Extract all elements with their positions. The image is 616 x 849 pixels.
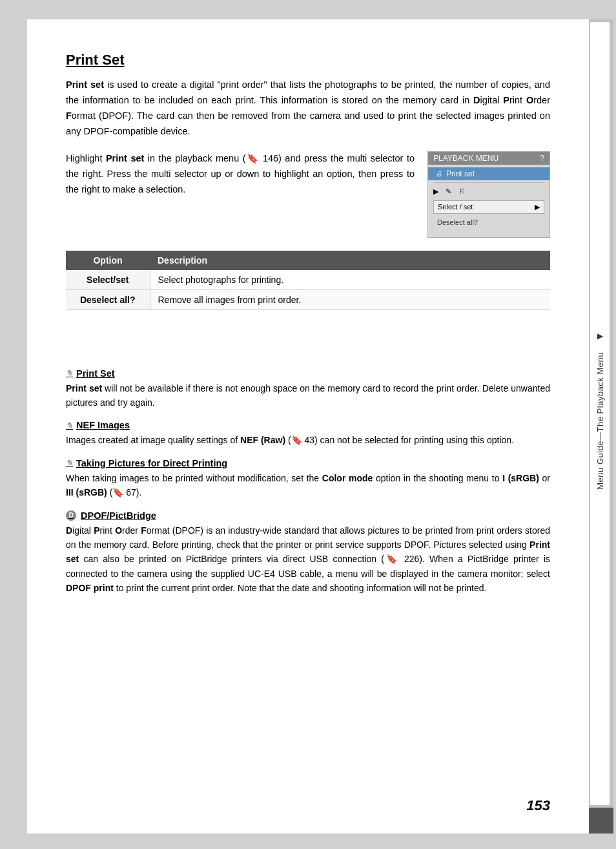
intro-text-3: rint (509, 95, 526, 105)
note-taking-pictures-title-text: Taking Pictures for Direct Printing (76, 458, 227, 468)
note-dpof-D: D (66, 525, 72, 536)
pencil-icon-1: ✎ (66, 368, 73, 378)
options-table: Option Description Select/setSelect phot… (66, 251, 550, 310)
note-printset-bold: Print set (66, 383, 102, 393)
note-dpof-title-text: DPOF/PictBridge (81, 510, 156, 521)
note-nef-ref-icon: 🔖 (291, 435, 302, 445)
camera-menu-title: PLAYBACK MENU (433, 154, 498, 163)
camera-menu-select-set: Select / set ▶ (433, 200, 544, 214)
intro-text-5: ormat (DPOF). The card can then be remov… (66, 110, 550, 136)
camera-menu-help-icon: ? (540, 154, 544, 163)
dpof-icon: D (66, 510, 76, 521)
camera-menu-spacer (428, 231, 549, 235)
note-dpof-O: O (115, 525, 122, 536)
page-title: Print Set (66, 52, 550, 68)
camera-menu-body: 🖨 Print set ▶ ✎ ⚐ Select / set ▶ Deselec… (428, 165, 549, 237)
pencil-icon-2: ✎ (66, 421, 73, 430)
note-print-set-title-text: Print Set (76, 368, 115, 379)
intro-bold-printset: Print set (66, 79, 104, 90)
note-taking-pictures: ✎ Taking Pictures for Direct Printing Wh… (66, 458, 550, 500)
camera-icon-1: ▶ (433, 187, 438, 195)
note-dpof-body: Digital Print Order Format (DPOF) is an … (66, 523, 550, 596)
camera-menu-divider-1 (433, 182, 544, 183)
note-color-mode-bold: Color mode (322, 473, 373, 483)
intro-bold-P: P (503, 95, 509, 105)
highlight-text: Highlight Print set in the playback menu… (66, 151, 415, 198)
note-dpof-title: D DPOF/PictBridge (66, 510, 550, 521)
highlight-row: Highlight Print set in the playback menu… (66, 151, 550, 238)
note-print-set-title: ✎ Print Set (66, 368, 550, 379)
camera-menu-deselect: Deselect all? (433, 216, 544, 228)
pencil-icon-3: ✎ (66, 458, 73, 468)
note-print-set: ✎ Print Set Print set will not be availa… (66, 368, 550, 410)
sidebar-tab-inner: ▶ Menu Guide—The Playback Menu (590, 22, 610, 805)
camera-icon-2: ✎ (446, 187, 451, 195)
table-row: Select/setSelect photographs for printin… (66, 270, 550, 290)
intro-bold-D: D (473, 95, 480, 105)
table-cell-description: Remove all images from print order. (150, 289, 550, 309)
sidebar-tab: ▶ Menu Guide—The Playback Menu (589, 19, 613, 833)
note-nef-bold: NEF (Raw) (240, 435, 285, 445)
vertical-spacer (66, 330, 550, 368)
intro-bold-F: F (66, 110, 72, 121)
note-print-set-body: Print set will not be available if there… (66, 381, 550, 410)
note-srgb-1-bold: I (sRGB) (502, 473, 539, 483)
note-dpof-printset-bold: Print set (66, 540, 550, 564)
table-cell-option: Select/set (66, 270, 150, 290)
highlight-bold: Print set (106, 153, 144, 163)
camera-icon-3: ⚐ (459, 187, 466, 195)
note-nef-title: ✎ NEF Images (66, 420, 550, 430)
highlight-ref-icon: 🔖 (246, 153, 260, 163)
sidebar-label: Menu Guide—The Playback Menu (595, 346, 605, 496)
intro-text-4: rder (533, 95, 550, 105)
camera-menu-header: PLAYBACK MENU ? (428, 152, 549, 165)
camera-menu-select-label: Select / set (438, 203, 473, 211)
note-dpof-F: F (141, 525, 147, 536)
note-nef-title-text: NEF Images (76, 420, 130, 430)
note-nef-images: ✎ NEF Images Images created at image qua… (66, 420, 550, 447)
print-icon: 🖨 (436, 170, 442, 177)
camera-menu-deselect-label: Deselect all? (437, 218, 478, 226)
camera-menu-screenshot: PLAYBACK MENU ? 🖨 Print set ▶ ✎ ⚐ Select… (427, 151, 550, 238)
camera-menu-item-printset-label: Print set (446, 169, 475, 178)
note-taking-pictures-title: ✎ Taking Pictures for Direct Printing (66, 458, 550, 468)
camera-menu-item-printset: 🖨 Print set (428, 167, 549, 180)
sidebar-arrow-icon: ▶ (597, 331, 603, 341)
page-number: 153 (526, 797, 550, 814)
table-cell-description: Select photographs for printing. (150, 270, 550, 290)
page-container: Print Set Print set is used to create a … (27, 19, 589, 833)
table-col-option-header: Option (66, 251, 150, 270)
sidebar-dark-block (589, 808, 613, 833)
camera-menu-icons-row: ▶ ✎ ⚐ (428, 185, 549, 198)
camera-menu-arrow-icon: ▶ (535, 203, 540, 211)
table-body: Select/setSelect photographs for printin… (66, 270, 550, 310)
note-dpof-print-bold: DPOF print (66, 583, 114, 593)
intro-text-2: igital (480, 95, 504, 105)
table-cell-option: Deselect all? (66, 289, 150, 309)
note-taking-pictures-body: When taking images to be printed without… (66, 471, 550, 500)
note-dpof-usb-icon: 🔖 (384, 554, 400, 564)
intro-paragraph: Print set is used to create a digital "p… (66, 78, 550, 140)
table-header-row: Option Description (66, 251, 550, 270)
table-row: Deselect all?Remove all images from prin… (66, 289, 550, 309)
note-srgb-ref-icon: 🔖 (112, 487, 123, 498)
intro-bold-O: O (526, 95, 533, 105)
note-nef-body: Images created at image quality settings… (66, 433, 550, 447)
note-dpof-P: P (94, 525, 99, 536)
note-srgb-3-bold: III (sRGB) (66, 487, 107, 498)
table-col-description-header: Description (150, 251, 550, 270)
note-dpof: D DPOF/PictBridge Digital Print Order Fo… (66, 510, 550, 596)
